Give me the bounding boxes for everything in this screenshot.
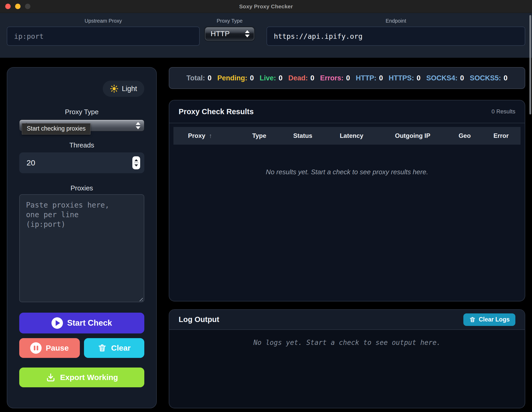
stat-value: 0 [310,74,314,82]
minimize-window-button[interactable] [15,4,21,9]
stat-value: 0 [346,74,350,82]
results-count: 0 Results [491,108,515,115]
upstream-proxy-group: Upstream Proxy [7,17,200,46]
start-check-button[interactable]: Start Check [19,313,144,333]
proxy-type-group: Proxy Type HTTP [205,17,254,41]
stat-value: 0 [504,74,508,82]
stat-socks5: SOCKS5: 0 [470,74,508,82]
window-title: Soxy Proxy Checker [239,3,293,10]
right-column: Total: 0 Pending: 0 Live: 0 Dead: 0 Erro… [169,67,525,408]
upstream-proxy-label: Upstream Proxy [7,17,200,24]
stat-label: Live: [259,74,276,82]
sidebar-proxy-type-label: Proxy Type [19,108,144,116]
column-header-outgoing-ip[interactable]: Outgoing IP [395,132,430,139]
stat-value: 0 [417,74,420,82]
stat-errors: Errors: 0 [320,74,350,82]
column-header-error[interactable]: Error [494,132,509,139]
clear-logs-label: Clear Logs [479,316,510,323]
sun-icon [110,85,118,93]
column-header-type[interactable]: Type [252,132,266,139]
main-area: Light Proxy Type Auto Start checking pro… [0,58,532,408]
stat-label: HTTPS: [389,74,414,82]
proxies-textarea-wrap [19,194,144,303]
clear-button[interactable]: Clear [84,338,145,358]
stat-socks4: SOCKS4: 0 [426,74,464,82]
window-scrollbar-thumb[interactable] [529,15,531,114]
results-table-header: Proxy ↑ Type Status Latency Outgoing IP … [173,127,521,145]
column-header-geo[interactable]: Geo [459,132,471,139]
stat-total: Total: 0 [186,74,212,82]
control-panel: Light Proxy Type Auto Start checking pro… [7,67,157,408]
log-panel-header: Log Output Clear Logs [169,310,525,330]
threads-value: 20 [27,158,35,167]
select-arrows-icon [245,30,250,37]
proxy-type-selected-value: HTTP [211,30,230,38]
theme-toggle-label: Light [122,85,137,93]
stat-label: SOCKS5: [470,74,501,82]
stat-label: Errors: [320,74,343,82]
stat-label: HTTP: [356,74,376,82]
stat-value: 0 [460,74,464,82]
threads-input[interactable]: 20 [19,152,144,173]
export-working-label: Export Working [60,373,118,382]
traffic-lights [5,0,30,13]
endpoint-label: Endpoint [267,17,525,24]
title-bar: Soxy Proxy Checker [0,0,532,13]
stat-label: Total: [186,74,205,82]
proxy-type-select[interactable]: HTTP [205,27,254,41]
zoom-window-button[interactable] [25,4,30,9]
pause-clear-row: Pause Clear [19,338,144,358]
log-empty-state: No logs yet. Start a check to see output… [169,339,525,346]
pause-icon [30,342,42,354]
clear-logs-button[interactable]: Clear Logs [463,313,515,326]
column-header-proxy[interactable]: Proxy ↑ [173,132,212,139]
pause-label: Pause [46,344,69,352]
proxies-label: Proxies [19,184,144,192]
endpoint-group: Endpoint [267,17,525,46]
stat-dead: Dead: 0 [288,74,314,82]
top-config-bar: Upstream Proxy Proxy Type HTTP Endpoint [0,13,532,58]
trash-icon [98,343,107,353]
select-arrows-icon [136,122,140,129]
results-panel-header: Proxy Check Results 0 Results [169,100,525,123]
results-panel: Proxy Check Results 0 Results Proxy ↑ Ty… [169,100,525,301]
stat-label: Pending: [217,74,248,82]
results-empty-state: No results yet. Start a check to see pro… [169,168,525,176]
endpoint-input[interactable] [267,27,525,46]
stat-https: HTTPS: 0 [389,74,421,82]
column-header-status[interactable]: Status [293,132,312,139]
download-icon [46,372,56,383]
threads-stepper[interactable] [132,156,140,169]
theme-toggle[interactable]: Light [103,81,144,97]
stat-label: Dead: [288,74,308,82]
stats-bar: Total: 0 Pending: 0 Live: 0 Dead: 0 Erro… [169,67,525,89]
stat-value: 0 [278,74,282,82]
close-window-button[interactable] [5,4,11,9]
log-panel: Log Output Clear Logs No logs yet. Start… [169,309,525,408]
pause-button[interactable]: Pause [19,338,80,358]
stat-label: SOCKS4: [426,74,458,82]
export-working-button[interactable]: Export Working [19,368,144,387]
upstream-proxy-input[interactable] [7,27,200,46]
start-check-label: Start Check [67,318,112,328]
log-panel-title: Log Output [179,315,219,324]
stat-http: HTTP: 0 [356,74,383,82]
proxy-type-label: Proxy Type [205,17,254,24]
clear-label: Clear [111,344,131,352]
results-panel-title: Proxy Check Results [179,107,254,116]
sidebar-proxy-type-select-wrap: Auto Start checking proxies [19,120,144,131]
trash-icon [469,316,476,323]
play-icon [51,317,63,329]
stat-pending: Pending: 0 [217,74,254,82]
sort-ascending-icon: ↑ [209,132,212,139]
start-check-tooltip: Start checking proxies [22,123,90,134]
proxies-textarea[interactable] [19,194,144,302]
stat-value: 0 [379,74,383,82]
threads-label: Threads [19,141,144,149]
column-header-latency[interactable]: Latency [340,132,364,139]
stat-live: Live: 0 [259,74,282,82]
column-label: Proxy [188,132,205,139]
stat-value: 0 [207,74,211,82]
stat-value: 0 [250,74,254,82]
